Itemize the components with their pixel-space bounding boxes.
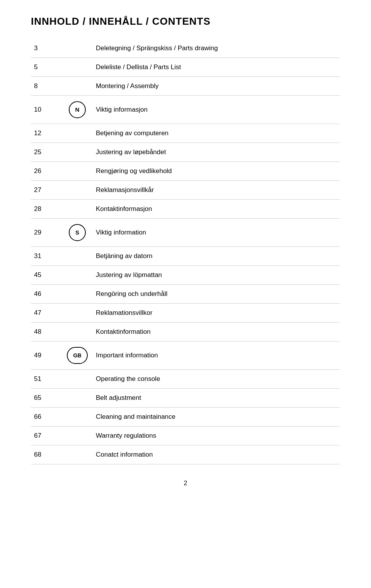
- toc-entry-title: Reklamationsvillkor: [93, 304, 340, 323]
- toc-badge-cell: [62, 124, 93, 143]
- table-row: 29SViktig information: [31, 219, 340, 247]
- toc-page-number: 5: [31, 58, 62, 77]
- toc-badge-cell: [62, 389, 93, 408]
- toc-page-number: 28: [31, 200, 62, 219]
- toc-badge-cell: [62, 58, 93, 77]
- toc-badge-cell: [62, 304, 93, 323]
- toc-entry-title: Kontaktinformation: [93, 323, 340, 342]
- toc-entry-title: Deleliste / Dellista / Parts List: [93, 58, 340, 77]
- toc-badge-cell: GB: [62, 342, 93, 370]
- table-row: 27Reklamasjonsvillkår: [31, 181, 340, 200]
- table-row: 31Betjäning av datorn: [31, 247, 340, 266]
- toc-badge-cell: [62, 323, 93, 342]
- toc-page-number: 25: [31, 143, 62, 162]
- table-row: 65Belt adjustment: [31, 389, 340, 408]
- toc-entry-title: Viktig informasjon: [93, 96, 340, 124]
- toc-entry-title: Conatct information: [93, 445, 340, 464]
- toc-badge-cell: [62, 200, 93, 219]
- toc-badge-cell: [62, 247, 93, 266]
- toc-entry-title: Rengöring och underhåll: [93, 285, 340, 304]
- toc-badge-cell: [62, 445, 93, 464]
- toc-page-number: 47: [31, 304, 62, 323]
- table-row: 47Reklamationsvillkor: [31, 304, 340, 323]
- toc-page-number: 65: [31, 389, 62, 408]
- toc-badge-cell: [62, 162, 93, 181]
- toc-page-number: 10: [31, 96, 62, 124]
- table-row: 67Warranty regulations: [31, 427, 340, 445]
- toc-page-number: 66: [31, 408, 62, 427]
- toc-entry-title: Betjäning av datorn: [93, 247, 340, 266]
- toc-badge-cell: [62, 77, 93, 96]
- toc-entry-title: Warranty regulations: [93, 427, 340, 445]
- toc-entry-title: Montering / Assembly: [93, 77, 340, 96]
- language-badge: S: [69, 224, 86, 241]
- toc-page-number: 29: [31, 219, 62, 247]
- toc-entry-title: Justering av løpebåndet: [93, 143, 340, 162]
- table-row: 45Justering av löpmattan: [31, 266, 340, 285]
- table-row: 5Deleliste / Dellista / Parts List: [31, 58, 340, 77]
- toc-page-number: 31: [31, 247, 62, 266]
- table-row: 10NViktig informasjon: [31, 96, 340, 124]
- toc-page-number: 3: [31, 39, 62, 58]
- toc-page-number: 12: [31, 124, 62, 143]
- toc-entry-title: Reklamasjonsvillkår: [93, 181, 340, 200]
- table-row: 26Rengjøring og vedlikehold: [31, 162, 340, 181]
- table-row: 46Rengöring och underhåll: [31, 285, 340, 304]
- toc-page-number: 45: [31, 266, 62, 285]
- toc-page-number: 46: [31, 285, 62, 304]
- toc-entry-title: Important information: [93, 342, 340, 370]
- toc-badge-cell: [62, 143, 93, 162]
- toc-entry-title: Operating the console: [93, 370, 340, 389]
- table-row: 3Deletegning / Sprängskiss / Parts drawi…: [31, 39, 340, 58]
- toc-badge-cell: S: [62, 219, 93, 247]
- toc-page-number: 51: [31, 370, 62, 389]
- toc-entry-title: Deletegning / Sprängskiss / Parts drawin…: [93, 39, 340, 58]
- toc-entry-title: Justering av löpmattan: [93, 266, 340, 285]
- toc-page-number: 8: [31, 77, 62, 96]
- toc-badge-cell: [62, 285, 93, 304]
- table-row: 48Kontaktinformation: [31, 323, 340, 342]
- toc-page-number: 27: [31, 181, 62, 200]
- toc-badge-cell: N: [62, 96, 93, 124]
- toc-page-number: 67: [31, 427, 62, 445]
- toc-entry-title: Rengjøring og vedlikehold: [93, 162, 340, 181]
- language-badge: GB: [67, 347, 88, 364]
- toc-table: 3Deletegning / Sprängskiss / Parts drawi…: [31, 39, 340, 464]
- table-row: 66Cleaning and maintainance: [31, 408, 340, 427]
- toc-page-number: 26: [31, 162, 62, 181]
- toc-badge-cell: [62, 427, 93, 445]
- table-row: 49GBImportant information: [31, 342, 340, 370]
- toc-entry-title: Viktig information: [93, 219, 340, 247]
- page-title: INNHOLD / INNEHÅLL / CONTENTS: [31, 15, 340, 27]
- toc-entry-title: Betjening av computeren: [93, 124, 340, 143]
- language-badge: N: [69, 101, 86, 118]
- toc-entry-title: Kontaktinformasjon: [93, 200, 340, 219]
- toc-entry-title: Belt adjustment: [93, 389, 340, 408]
- toc-badge-cell: [62, 181, 93, 200]
- toc-page-number: 48: [31, 323, 62, 342]
- toc-entry-title: Cleaning and maintainance: [93, 408, 340, 427]
- toc-badge-cell: [62, 39, 93, 58]
- toc-badge-cell: [62, 370, 93, 389]
- toc-badge-cell: [62, 266, 93, 285]
- toc-page-number: 68: [31, 445, 62, 464]
- toc-page-number: 49: [31, 342, 62, 370]
- footer-page-number: 2: [31, 480, 340, 487]
- table-row: 25Justering av løpebåndet: [31, 143, 340, 162]
- table-row: 12Betjening av computeren: [31, 124, 340, 143]
- table-row: 68Conatct information: [31, 445, 340, 464]
- table-row: 8Montering / Assembly: [31, 77, 340, 96]
- table-row: 28Kontaktinformasjon: [31, 200, 340, 219]
- table-row: 51Operating the console: [31, 370, 340, 389]
- toc-badge-cell: [62, 408, 93, 427]
